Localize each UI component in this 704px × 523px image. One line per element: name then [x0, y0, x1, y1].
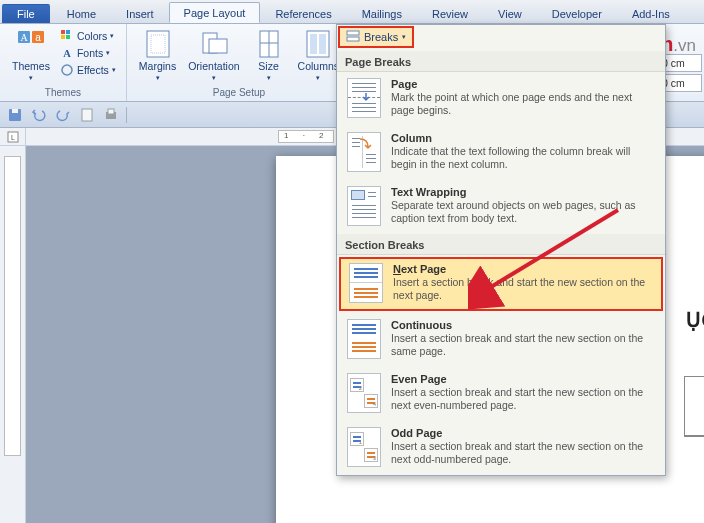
group-themes: Aa Themes ▾ Colors ▾ A Fonts ▾ Eff — [0, 24, 127, 101]
tab-view[interactable]: View — [483, 3, 537, 23]
themes-button[interactable]: Aa Themes ▾ — [8, 26, 54, 84]
svg-rect-5 — [66, 30, 70, 34]
tab-file[interactable]: File — [2, 4, 50, 23]
chevron-down-icon: ▾ — [29, 74, 33, 82]
chevron-down-icon: ▾ — [402, 33, 406, 41]
chevron-down-icon: ▾ — [110, 32, 114, 40]
svg-rect-25 — [108, 109, 114, 114]
colors-icon — [60, 29, 74, 43]
print-preview-button[interactable] — [102, 106, 120, 124]
text-wrapping-break-icon — [347, 186, 381, 226]
columns-icon — [302, 28, 334, 60]
save-button[interactable] — [6, 106, 24, 124]
section-breaks-header: Section Breaks — [337, 234, 665, 255]
size-button[interactable]: Size ▾ — [248, 26, 290, 84]
chevron-down-icon: ▾ — [106, 49, 110, 57]
svg-text:a: a — [35, 32, 41, 43]
undo-button[interactable] — [30, 106, 48, 124]
ruler-corner: L — [0, 128, 26, 145]
continuous-break-icon — [347, 319, 381, 359]
chevron-down-icon: ▾ — [212, 74, 216, 82]
new-doc-button[interactable] — [78, 106, 96, 124]
svg-rect-23 — [82, 109, 92, 121]
break-continuous[interactable]: Continuous Insert a section break and st… — [337, 313, 665, 367]
chevron-down-icon: ▾ — [267, 74, 271, 82]
svg-rect-7 — [66, 35, 70, 39]
colors-button[interactable]: Colors ▾ — [58, 28, 118, 44]
ribbon-tabs: File Home Insert Page Layout References … — [0, 0, 704, 24]
redo-button[interactable] — [54, 106, 72, 124]
orientation-icon — [198, 28, 230, 60]
chevron-down-icon: ▾ — [156, 74, 160, 82]
orientation-button[interactable]: Orientation ▾ — [184, 26, 243, 84]
svg-rect-18 — [319, 34, 326, 54]
svg-rect-19 — [347, 31, 359, 35]
even-page-break-icon: 2 4 — [347, 373, 381, 413]
svg-text:L: L — [11, 134, 15, 141]
group-page-setup: Margins ▾ Orientation ▾ Size ▾ Columns ▾… — [127, 24, 352, 101]
chevron-down-icon: ▾ — [112, 66, 116, 74]
svg-rect-6 — [61, 35, 65, 39]
tab-addins[interactable]: Add-Ins — [617, 3, 685, 23]
themes-icon: Aa — [15, 28, 47, 60]
break-column[interactable]: Column Indicate that the text following … — [337, 126, 665, 180]
column-break-icon — [347, 132, 381, 172]
group-label-page-setup: Page Setup — [135, 85, 343, 101]
break-even-page[interactable]: 2 4 Even Page Insert a section break and… — [337, 367, 665, 421]
svg-rect-4 — [61, 30, 65, 34]
svg-point-8 — [62, 65, 72, 75]
tab-insert[interactable]: Insert — [111, 3, 169, 23]
page-break-icon — [347, 78, 381, 118]
tab-review[interactable]: Review — [417, 3, 483, 23]
tab-developer[interactable]: Developer — [537, 3, 617, 23]
svg-rect-20 — [347, 37, 359, 41]
fonts-icon: A — [60, 46, 74, 60]
breaks-button[interactable]: Breaks ▾ — [338, 26, 414, 48]
group-label-themes: Themes — [8, 85, 118, 101]
margins-icon — [142, 28, 174, 60]
breaks-icon — [346, 30, 360, 44]
break-next-page[interactable]: NNext Pageext Page Insert a section brea… — [339, 257, 663, 311]
doc-heading-fragment: ỤC CÁC — [686, 308, 704, 332]
next-page-break-icon — [349, 263, 383, 303]
svg-text:A: A — [20, 32, 28, 43]
break-page[interactable]: Page Mark the point at which one page en… — [337, 72, 665, 126]
tab-mailings[interactable]: Mailings — [347, 3, 417, 23]
tab-references[interactable]: References — [260, 3, 346, 23]
svg-rect-17 — [310, 34, 317, 54]
fonts-button[interactable]: A Fonts ▾ — [58, 45, 118, 61]
odd-page-break-icon: 1 3 — [347, 427, 381, 467]
effects-button[interactable]: Effects ▾ — [58, 62, 118, 78]
size-icon — [253, 28, 285, 60]
svg-rect-12 — [209, 39, 227, 53]
page-breaks-header: Page Breaks — [337, 51, 665, 72]
effects-icon — [60, 63, 74, 77]
tab-page-layout[interactable]: Page Layout — [169, 2, 261, 23]
break-odd-page[interactable]: 1 3 Odd Page Insert a section break and … — [337, 421, 665, 475]
chevron-down-icon: ▾ — [316, 74, 320, 82]
tab-home[interactable]: Home — [52, 3, 111, 23]
breaks-dropdown: Page Breaks Page Mark the point at which… — [336, 24, 666, 476]
margins-button[interactable]: Margins ▾ — [135, 26, 180, 84]
ruler-vertical[interactable] — [0, 146, 26, 523]
break-text-wrapping[interactable]: Text Wrapping Separate text around objec… — [337, 180, 665, 234]
svg-rect-22 — [12, 109, 18, 113]
